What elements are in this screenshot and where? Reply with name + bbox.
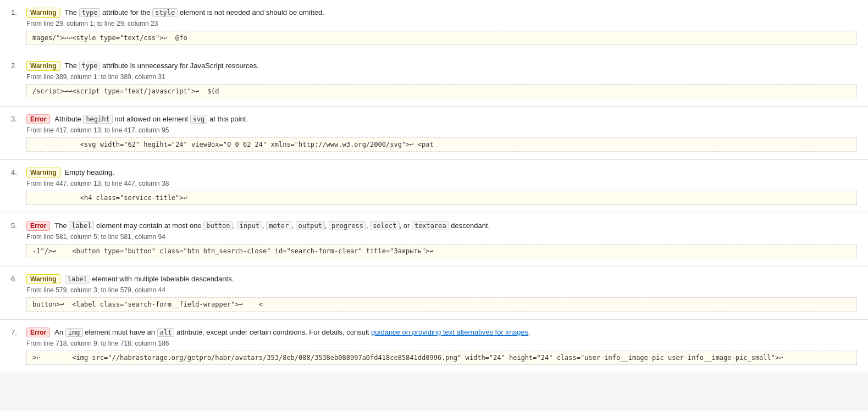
inline-code: svg xyxy=(190,115,208,124)
code-block: <h4 class="service-title">↩ xyxy=(26,191,857,205)
result-header: 6.Warninglabel element with multiple lab… xyxy=(11,274,857,284)
message-text: An img element must have an alt attribut… xyxy=(54,328,530,337)
location-line: From line 579, column 3; to line 579, co… xyxy=(11,286,857,294)
result-header: 1.WarningThe type attribute for the styl… xyxy=(11,8,857,18)
error-badge: Error xyxy=(26,114,50,124)
result-item: 6.Warninglabel element with multiple lab… xyxy=(0,266,868,320)
inline-code: select xyxy=(370,221,399,230)
item-number: 4. xyxy=(11,168,22,176)
message-text: label element with multiple labelable de… xyxy=(65,275,234,284)
inline-code: textarea xyxy=(412,221,449,230)
item-number: 1. xyxy=(11,8,22,16)
result-header: 2.WarningThe type attribute is unnecessa… xyxy=(11,61,857,71)
item-number: 7. xyxy=(11,328,22,336)
code-block: >↩ <img src="//habrastorage.org/getpro/h… xyxy=(26,351,857,365)
message-text: The label element may contain at most on… xyxy=(54,221,490,230)
warning-badge: Warning xyxy=(26,168,60,177)
guidance-link[interactable]: guidance on providing text alternatives … xyxy=(371,328,528,336)
result-item: 2.WarningThe type attribute is unnecessa… xyxy=(0,53,868,107)
location-line: From line 581, column 5; to line 581, co… xyxy=(11,233,857,241)
code-block: -1"/>↩ <button type="button" class="btn … xyxy=(26,244,857,258)
result-header: 7.ErrorAn img element must have an alt a… xyxy=(11,327,857,337)
code-block: /script>↩↩<script type="text/javascript"… xyxy=(26,84,857,98)
inline-code: label xyxy=(65,275,90,284)
inline-code: type xyxy=(79,62,101,70)
inline-code: progress xyxy=(329,221,366,230)
results-container: 1.WarningThe type attribute for the styl… xyxy=(0,0,868,373)
inline-code: type xyxy=(79,8,101,17)
inline-code: label xyxy=(69,221,94,230)
inline-code: img xyxy=(65,328,83,337)
result-header: 5.ErrorThe label element may contain at … xyxy=(11,221,857,231)
location-line: From line 29, column 1; to line 29, colu… xyxy=(11,20,857,27)
item-number: 3. xyxy=(11,115,22,123)
message-text: The type attribute is unnecessary for Ja… xyxy=(65,62,259,70)
location-line: From line 718, column 9; to line 718, co… xyxy=(11,340,857,347)
warning-badge: Warning xyxy=(26,61,60,71)
inline-code: output xyxy=(296,221,325,230)
inline-code: hegiht xyxy=(83,115,112,124)
message-text: The type attribute for the style element… xyxy=(65,8,324,17)
result-item: 1.WarningThe type attribute for the styl… xyxy=(0,0,868,53)
inline-code: input xyxy=(237,221,262,230)
item-number: 5. xyxy=(11,221,22,230)
result-header: 4.WarningEmpty heading. xyxy=(11,168,857,177)
inline-code: style xyxy=(152,8,178,17)
result-header: 3.ErrorAttribute hegiht not allowed on e… xyxy=(11,114,857,124)
message-text: Empty heading. xyxy=(65,168,114,176)
code-block: <svg width="62" hegiht="24" viewBox="0 0… xyxy=(26,137,857,152)
location-line: From line 417, column 13; to line 417, c… xyxy=(11,126,857,134)
warning-badge: Warning xyxy=(26,8,60,18)
message-text: Attribute hegiht not allowed on element … xyxy=(54,115,248,124)
error-badge: Error xyxy=(26,221,50,231)
result-item: 4.WarningEmpty heading.From line 447, co… xyxy=(0,160,868,213)
result-item: 7.ErrorAn img element must have an alt a… xyxy=(0,320,868,373)
item-number: 2. xyxy=(11,62,22,70)
inline-code: alt xyxy=(157,328,175,337)
code-block: button>↩ <label class="search-form__fiel… xyxy=(26,297,857,312)
inline-code: button xyxy=(203,221,233,230)
inline-code: meter xyxy=(266,221,291,230)
error-badge: Error xyxy=(26,327,50,337)
item-number: 6. xyxy=(11,275,22,283)
result-item: 5.ErrorThe label element may contain at … xyxy=(0,213,868,266)
location-line: From line 447, column 13; to line 447, c… xyxy=(11,180,857,187)
result-item: 3.ErrorAttribute hegiht not allowed on e… xyxy=(0,107,868,160)
location-line: From line 389, column 1; to line 389, co… xyxy=(11,73,857,81)
warning-badge: Warning xyxy=(26,274,60,284)
code-block: mages/">↩↩<style type="text/css">↩ @fo xyxy=(26,31,857,45)
